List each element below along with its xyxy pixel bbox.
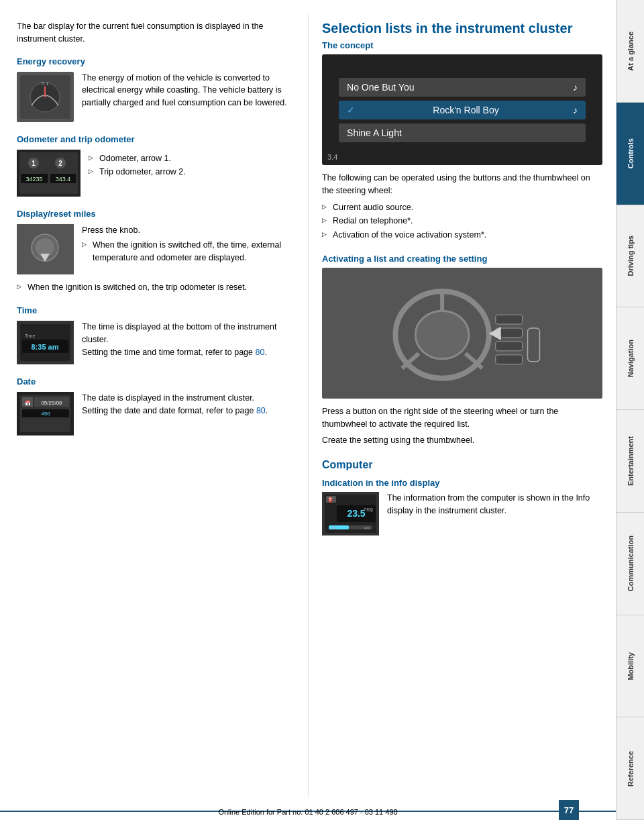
computer-section: Computer Indication in the info display …: [322, 459, 602, 535]
sidebar-item-label-at-a-glance: At a glance: [627, 32, 635, 71]
svg-text:490: 490: [41, 411, 50, 417]
computer-row: ⛽ 23.5 mpg 200 400: [322, 492, 602, 535]
energy-recovery-section: Energy recovery 5.1: [17, 56, 294, 122]
display-reset-after-bullet: When the ignition is switched on, the tr…: [17, 281, 294, 294]
date-page-link[interactable]: 80: [256, 406, 266, 415]
concept-heading: The concept: [322, 40, 602, 50]
date-ref-label: Setting the date and date format, refer …: [82, 406, 256, 415]
sidebar-item-label-mobility: Mobility: [627, 652, 635, 680]
concept-section: The concept No One But You ♪ ✓ Rock'n Ro…: [322, 40, 602, 242]
energy-recovery-heading: Energy recovery: [17, 56, 294, 66]
right-main-heading: Selection lists in the instrument cluste…: [322, 20, 602, 36]
svg-rect-5: [19, 152, 78, 194]
date-body-text: The date is displayed in the instrument …: [82, 392, 268, 405]
page-number: 77: [564, 805, 574, 815]
computer-sub-heading: Indication in the info display: [322, 478, 602, 488]
display-reset-section: Display/reset miles: [17, 209, 294, 294]
svg-text:400: 400: [364, 526, 370, 530]
computer-image: ⛽ 23.5 mpg 200 400: [322, 492, 379, 535]
sidebar-item-label-navigation: Navigation: [627, 340, 635, 377]
time-ref-text: Setting the time and time format, refer …: [82, 346, 294, 359]
sidebar-item-entertainment[interactable]: Entertainment: [616, 410, 644, 513]
time-page-link[interactable]: 80: [255, 348, 264, 357]
sidebar-item-communication[interactable]: Communication: [616, 513, 644, 615]
time-ref-label: Setting the time and time format, refer …: [82, 348, 255, 357]
odometer-section: Odometer and trip odometer 1 2: [17, 134, 294, 197]
time-section: Time Time 8:35 am The t: [17, 305, 294, 364]
svg-text:2: 2: [58, 160, 62, 167]
time-body-text: The time is displayed at the bottom of t…: [82, 321, 294, 346]
concept-row-2: ✓ Rock'n Roll Boy ♪: [339, 101, 586, 119]
sidebar-item-reference[interactable]: Reference: [616, 717, 644, 820]
energy-recovery-row: 5.1 The energy of motion of the vehicle …: [17, 72, 294, 122]
page-number-box: 77: [559, 800, 579, 820]
intro-text: The bar display for the current fuel con…: [17, 20, 294, 46]
odometer-image: 1 2 34235 343.4: [17, 150, 80, 197]
sidebar-item-driving-tips[interactable]: Driving tips: [616, 205, 644, 308]
odometer-heading: Odometer and trip odometer: [17, 134, 294, 144]
sidebar-item-label-controls: Controls: [627, 138, 635, 168]
svg-text:1: 1: [32, 160, 36, 167]
concept-music-icon-2: ♪: [573, 105, 578, 115]
date-section: Date 📅 05/29/08: [17, 376, 294, 435]
svg-text:23.5: 23.5: [347, 508, 365, 519]
time-row: Time 8:35 am The time is displayed at th…: [17, 321, 294, 364]
date-row: 📅 05/29/08 490 The date is displayed in …: [17, 392, 294, 435]
odometer-bullet-2: Trip odometer, arrow 2.: [89, 166, 186, 178]
svg-rect-39: [496, 342, 523, 351]
display-reset-bullets: When the ignition is switched off, the t…: [82, 239, 294, 264]
odometer-row: 1 2 34235 343.4: [17, 150, 294, 197]
svg-text:📅: 📅: [25, 400, 31, 406]
date-ref-text: Setting the date and date format, refer …: [82, 405, 268, 417]
svg-rect-41: [528, 328, 540, 362]
sidebar-item-controls[interactable]: Controls: [616, 103, 644, 205]
activating-heading: Activating a list and creating the setti…: [322, 254, 602, 264]
activating-body2: Create the setting using the thumbwheel.: [322, 434, 602, 447]
concept-bullet-2: Redial on telephone*.: [322, 215, 602, 227]
concept-row-1: No One But You ♪: [339, 78, 586, 97]
energy-recovery-text: The energy of motion of the vehicle is c…: [82, 72, 294, 122]
svg-text:8:35 am: 8:35 am: [32, 343, 59, 351]
left-column: The bar display for the current fuel con…: [0, 13, 309, 797]
concept-row-1-text: No One But You: [347, 82, 414, 93]
computer-heading: Computer: [322, 459, 602, 471]
display-reset-press-text: Press the knob.: [82, 224, 294, 237]
time-period: .: [264, 348, 266, 357]
sidebar-item-mobility[interactable]: Mobility: [616, 615, 644, 718]
energy-recovery-image: 5.1: [17, 72, 74, 122]
sidebar-item-at-a-glance[interactable]: At a glance: [616, 0, 644, 103]
odometer-bullet-1: Odometer, arrow 1.: [89, 152, 186, 165]
computer-body-text: The information from the computer is sho…: [387, 492, 602, 535]
concept-bullet-3: Activation of the voice activation syste…: [322, 229, 602, 242]
display-reset-after-bullets: When the ignition is switched on, the tr…: [17, 281, 294, 294]
odometer-bullets: Odometer, arrow 1. Trip odometer, arrow …: [89, 152, 186, 193]
sidebar-item-label-reference: Reference: [627, 751, 635, 786]
footer-text: Online Edition for Part no. 01 40 2 606 …: [0, 808, 616, 816]
time-heading: Time: [17, 305, 294, 315]
concept-bullets: Current audio source. Redial on telephon…: [322, 201, 602, 242]
activating-section: Activating a list and creating the setti…: [322, 254, 602, 447]
svg-text:343.4: 343.4: [56, 176, 71, 183]
page-footer: Online Edition for Part no. 01 40 2 606 …: [0, 811, 616, 820]
svg-rect-37: [496, 315, 523, 324]
concept-row-3-text: Shine A Light: [347, 127, 402, 138]
steering-wheel-image: [322, 268, 602, 399]
time-image: Time 8:35 am: [17, 321, 74, 364]
display-reset-row: Press the knob. When the ignition is swi…: [17, 224, 294, 274]
svg-rect-40: [496, 355, 523, 364]
date-period: .: [266, 406, 268, 415]
concept-row-2-text: Rock'n Roll Boy: [433, 105, 498, 115]
main-content: The bar display for the current fuel con…: [0, 0, 616, 820]
svg-text:200: 200: [331, 526, 337, 530]
date-image: 📅 05/29/08 490: [17, 392, 74, 435]
sidebar-item-navigation[interactable]: Navigation: [616, 307, 644, 410]
svg-text:mpg: mpg: [364, 507, 373, 512]
concept-music-icon-1: ♪: [573, 82, 578, 93]
content-columns: The bar display for the current fuel con…: [0, 0, 616, 811]
display-reset-heading: Display/reset miles: [17, 209, 294, 219]
display-reset-bullet-1: When the ignition is switched off, the t…: [82, 239, 294, 264]
sidebar: At a glance Controls Driving tips Naviga…: [616, 0, 644, 820]
svg-text:05/29/08: 05/29/08: [41, 400, 62, 406]
svg-text:⛽: ⛽: [328, 497, 334, 503]
date-text-content: The date is displayed in the instrument …: [82, 392, 268, 435]
